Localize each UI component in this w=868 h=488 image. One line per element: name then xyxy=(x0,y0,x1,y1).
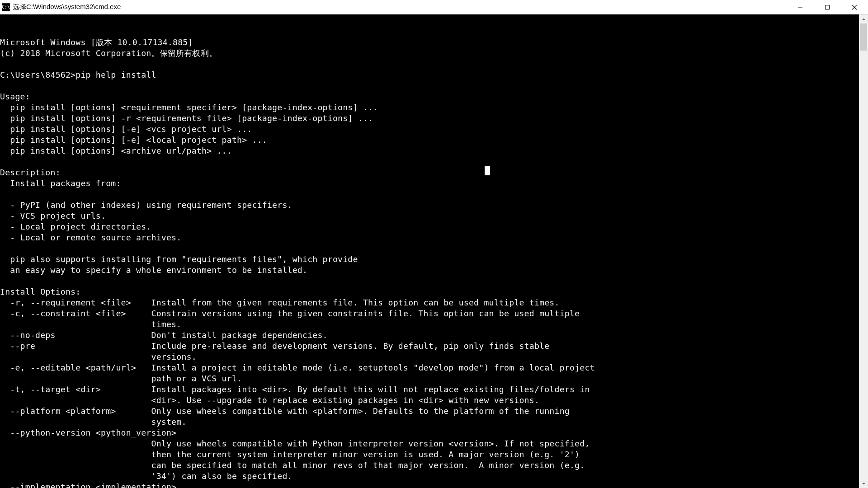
maximize-button[interactable] xyxy=(814,0,841,14)
close-icon xyxy=(852,5,857,10)
scroll-up-button[interactable] xyxy=(859,14,868,23)
window-title: 选择C:\Windows\system32\cmd.exe xyxy=(13,3,121,11)
svg-rect-1 xyxy=(826,5,830,9)
chevron-up-icon xyxy=(862,17,866,21)
titlebar-left: C:\ 选择C:\Windows\system32\cmd.exe xyxy=(0,3,121,11)
terminal-text: Microsoft Windows [版本 10.0.17134.885] (c… xyxy=(0,37,868,488)
close-button[interactable] xyxy=(841,0,868,14)
svg-rect-0 xyxy=(798,7,802,7)
minimize-icon xyxy=(797,5,803,10)
vertical-scrollbar[interactable] xyxy=(859,14,868,488)
window-controls xyxy=(787,0,868,14)
chevron-down-icon xyxy=(862,482,866,486)
scroll-down-button[interactable] xyxy=(859,479,868,488)
scrollbar-thumb[interactable] xyxy=(860,23,867,51)
maximize-icon xyxy=(825,5,830,10)
window-titlebar: C:\ 选择C:\Windows\system32\cmd.exe xyxy=(0,0,868,14)
text-cursor xyxy=(485,166,490,175)
minimize-button[interactable] xyxy=(787,0,814,14)
terminal-output[interactable]: Microsoft Windows [版本 10.0.17134.885] (c… xyxy=(0,14,868,488)
cmd-app-icon: C:\ xyxy=(2,3,10,11)
